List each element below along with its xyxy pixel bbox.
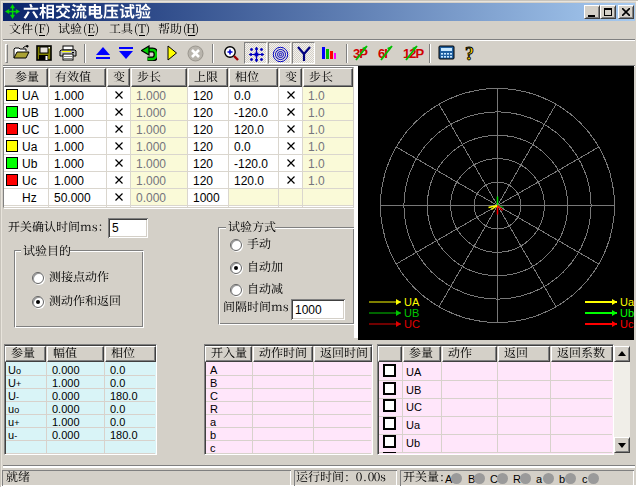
svg-text:UC: UC <box>404 318 420 330</box>
svg-text:?: ? <box>465 45 474 63</box>
svg-text:Uc: Uc <box>620 318 634 330</box>
